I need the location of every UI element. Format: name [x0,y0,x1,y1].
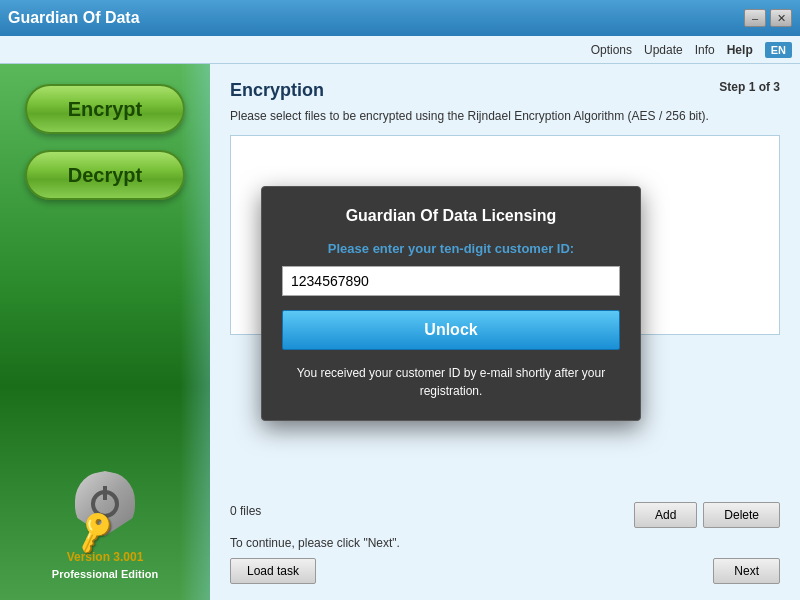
encrypt-button[interactable]: Encrypt [25,84,185,134]
version-label: Version 3.001 [67,550,144,564]
next-button[interactable]: Next [713,558,780,584]
menu-info[interactable]: Info [695,43,715,57]
unlock-button[interactable]: Unlock [282,310,620,350]
modal-label: Please enter your ten-digit customer ID: [282,241,620,256]
modal-info-text: You received your customer ID by e-mail … [282,364,620,400]
minimize-button[interactable]: – [744,9,766,27]
menu-help[interactable]: Help [727,43,753,57]
continue-text: To continue, please click "Next". [230,536,780,550]
title-bar: Guardian Of Data – ✕ [0,0,800,36]
step-indicator: Step 1 of 3 [719,80,780,94]
sidebar-bottom: 🔑 Version 3.001 Professional Edition [52,471,158,580]
licensing-modal: Guardian Of Data Licensing Please enter … [261,186,641,421]
files-row: 0 files Add Delete [230,502,780,528]
main-layout: Encrypt Decrypt 🔑 Version 3.001 Professi… [0,64,800,600]
delete-button[interactable]: Delete [703,502,780,528]
navigation-row: Load task Next [230,558,780,584]
language-selector[interactable]: EN [765,42,792,58]
modal-title: Guardian Of Data Licensing [282,207,620,225]
window-controls: – ✕ [744,9,792,27]
edition-label: Professional Edition [52,568,158,580]
menu-bar: Options Update Info Help EN [0,36,800,64]
load-task-button[interactable]: Load task [230,558,316,584]
menu-update[interactable]: Update [644,43,683,57]
menu-options[interactable]: Options [591,43,632,57]
files-count: 0 files [230,504,261,518]
bottom-controls: 0 files Add Delete To continue, please c… [230,502,780,584]
file-drop-area: Guardian Of Data Licensing Please enter … [230,135,780,335]
add-button[interactable]: Add [634,502,697,528]
customer-id-input[interactable] [282,266,620,296]
content-area: Encryption Step 1 of 3 Please select fil… [210,64,800,600]
shield-icon: 🔑 [70,471,140,546]
sidebar: Encrypt Decrypt 🔑 Version 3.001 Professi… [0,64,210,600]
close-button[interactable]: ✕ [770,9,792,27]
decrypt-button[interactable]: Decrypt [25,150,185,200]
app-title: Guardian Of Data [8,9,140,27]
content-description: Please select files to be encrypted usin… [230,109,780,123]
add-delete-buttons: Add Delete [634,502,780,528]
page-title: Encryption [230,80,324,101]
content-header: Encryption Step 1 of 3 [230,80,780,101]
